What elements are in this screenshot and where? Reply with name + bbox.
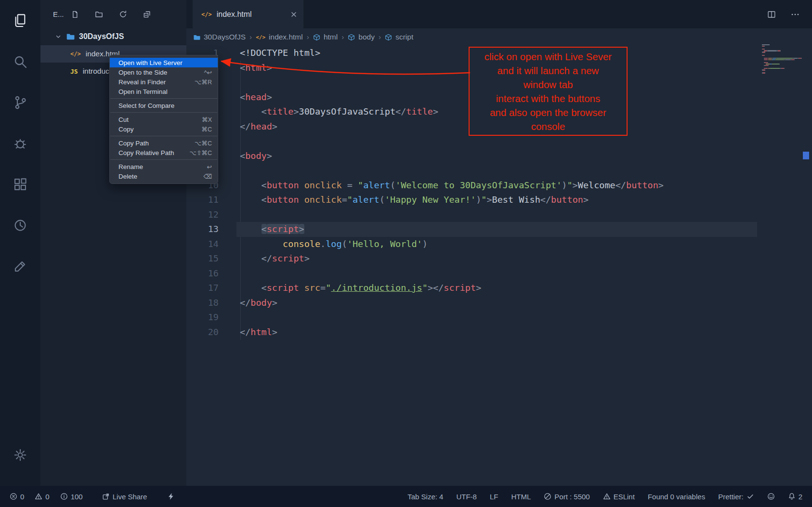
new-folder-button[interactable]	[95, 10, 103, 18]
status-tab-size[interactable]: Tab Size: 4	[407, 493, 443, 501]
breadcrumb-item-30daysofjs[interactable]: 30DaysOfJS	[193, 33, 246, 41]
menu-item-open-in-terminal[interactable]: Open in Terminal	[110, 87, 218, 96]
new-file-button[interactable]	[71, 10, 79, 18]
code-line-7[interactable]: 7	[186, 134, 812, 149]
menu-separator	[110, 112, 217, 113]
code-line-9[interactable]: 9	[186, 163, 812, 178]
status-live-share[interactable]: Live Share	[102, 493, 147, 501]
menu-item-shortcut: ⌥⌘R	[195, 78, 212, 86]
breadcrumb-label: body	[358, 33, 375, 41]
code-line-13[interactable]: 13 <script>	[186, 222, 812, 237]
menu-item-open-to-the-side[interactable]: Open to the Side^↩	[110, 67, 218, 77]
code-line-20[interactable]: 20</html>	[186, 325, 812, 340]
menu-item-reveal-in-finder[interactable]: Reveal in Finder⌥⌘R	[110, 77, 218, 87]
status-eslint[interactable]: ESLint	[603, 493, 635, 501]
status-port[interactable]: Port : 5500	[544, 493, 589, 501]
status-label: Live Share	[113, 493, 147, 501]
status-label: 100	[71, 493, 83, 501]
status-language-mode[interactable]: HTML	[511, 493, 531, 501]
status-notifications[interactable]: 2	[788, 493, 802, 501]
status-label: Found 0 variables	[648, 493, 705, 501]
vscode-window: E... 30DaysOfJS </>index.htmlJSintroduct…	[0, 0, 812, 507]
more-actions-icon[interactable]	[790, 9, 800, 20]
status-label: 2	[799, 493, 802, 501]
explorer-actions	[71, 10, 151, 18]
code-line-12[interactable]: 12	[186, 208, 812, 222]
activity-run-debug-button[interactable]	[0, 123, 40, 164]
menu-item-copy-relative-path[interactable]: Copy Relative Path⌥⇧⌘C	[110, 148, 218, 157]
status-problems-warnings[interactable]: 0	[35, 493, 49, 501]
collapse-all-button[interactable]	[143, 10, 151, 18]
activity-timeline-button[interactable]	[0, 205, 40, 246]
activity-settings-button[interactable]	[0, 434, 40, 475]
overview-ruler-marker	[803, 152, 809, 159]
line-number: 16	[186, 266, 219, 281]
circle-slash-icon	[544, 493, 551, 500]
warning-icon	[603, 493, 611, 500]
menu-item-cut[interactable]: Cut⌘X	[110, 115, 218, 124]
line-number: 17	[186, 281, 219, 296]
status-problems-info[interactable]: 100	[60, 493, 83, 501]
close-icon[interactable]	[290, 11, 298, 18]
search-icon	[13, 54, 28, 69]
breadcrumb-item-script[interactable]: script	[385, 33, 413, 41]
line-number: 19	[186, 310, 219, 325]
line-number: 15	[186, 251, 219, 266]
breadcrumb-item-html[interactable]: html	[313, 33, 338, 41]
status-left: 00100Live Share	[10, 493, 181, 501]
code-line-17[interactable]: 17 <script src="./introduction.js"></scr…	[186, 281, 812, 296]
status-problems-errors[interactable]: 0	[10, 493, 24, 501]
code-text: </body>	[240, 296, 277, 311]
editor-actions	[767, 0, 800, 28]
explorer-header: E...	[40, 0, 186, 28]
menu-item-rename[interactable]: Rename↩	[110, 162, 218, 171]
status-right: Tab Size: 4UTF-8LFHTMLPort : 5500ESLintF…	[407, 493, 802, 501]
menu-item-label: Copy Relative Path	[118, 149, 174, 156]
code-line-18[interactable]: 18</body>	[186, 296, 812, 311]
activity-search-button[interactable]	[0, 41, 40, 82]
breadcrumb-item-index-html[interactable]: </>index.html	[256, 33, 303, 41]
breadcrumb-item-body[interactable]: body	[348, 33, 375, 41]
code-line-19[interactable]: 19	[186, 310, 812, 325]
menu-item-open-with-live-server[interactable]: Open with Live Server	[110, 58, 218, 67]
code-line-15[interactable]: 15 </script>	[186, 251, 812, 266]
activity-extensions-button[interactable]	[0, 164, 40, 205]
code-text: <script src="./introduction.js"></script…	[240, 281, 481, 296]
code-line-10[interactable]: 10 <button onclick = "alert('Welcome to …	[186, 178, 812, 193]
info-icon	[60, 493, 68, 500]
status-feedback[interactable]	[767, 493, 775, 500]
refresh-button[interactable]	[119, 10, 127, 18]
line-number: 20	[186, 325, 219, 340]
status-eol[interactable]: LF	[490, 493, 498, 501]
menu-item-copy[interactable]: Copy⌘C	[110, 124, 218, 134]
minimap[interactable]	[762, 44, 804, 74]
tab-index-html[interactable]: </> index.html	[193, 0, 303, 28]
code-text: <script>	[240, 222, 304, 237]
code-line-8[interactable]: 8<body>	[186, 149, 812, 164]
menu-item-delete[interactable]: Delete⌫	[110, 171, 218, 181]
code-line-11[interactable]: 11 <button onclick="alert('Happy New Yea…	[186, 193, 812, 208]
status-encoding[interactable]: UTF-8	[456, 493, 477, 501]
folder-tree-item[interactable]: 30DaysOfJS	[40, 28, 186, 45]
html-file-icon: </>	[256, 34, 265, 40]
new-folder-icon	[95, 10, 103, 18]
annotation-box: click on open with Live Severand it will…	[469, 47, 628, 136]
activity-pen-button[interactable]	[0, 246, 40, 286]
code-line-14[interactable]: 14 console.log('Hello, World')	[186, 237, 812, 252]
activity-source-control-button[interactable]	[0, 82, 40, 123]
menu-item-copy-path[interactable]: Copy Path⌥⌘C	[110, 138, 218, 148]
smiley-icon	[767, 493, 775, 500]
code-text: <button onclick = "alert('Welcome to 30D…	[240, 178, 664, 193]
annotation-text: and it will launch a new	[498, 64, 599, 78]
chevron-right-icon: ›	[249, 33, 252, 41]
status-prettier[interactable]: Prettier:	[718, 493, 754, 501]
status-variables[interactable]: Found 0 variables	[648, 493, 705, 501]
code-text: <title>30DaysOfJavaScript</title>	[240, 104, 438, 119]
activity-explorer-button[interactable]	[0, 0, 40, 41]
lightning-icon	[167, 493, 175, 500]
symbol-icon	[385, 34, 392, 41]
split-editor-icon[interactable]	[767, 10, 776, 19]
status-lightning[interactable]	[167, 493, 175, 500]
code-line-16[interactable]: 16	[186, 266, 812, 281]
menu-item-select-for-compare[interactable]: Select for Compare	[110, 101, 218, 110]
